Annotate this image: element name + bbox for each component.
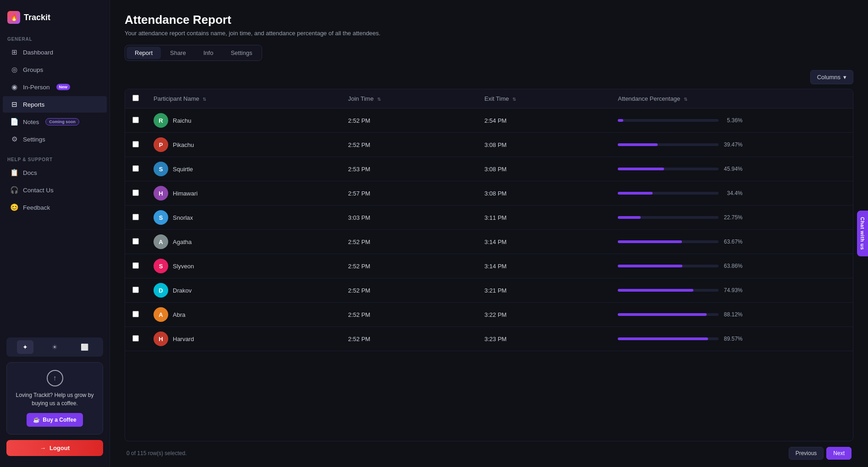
- bar-fill: [618, 216, 641, 219]
- tab-bar: Report Share Info Settings: [125, 45, 262, 61]
- columns-button[interactable]: Columns ▾: [810, 70, 853, 84]
- table-header-row: Participant Name ⇅ Join Time ⇅ Exit Time…: [125, 89, 853, 109]
- exit-time-cell: 3:22 PM: [477, 303, 610, 327]
- row-checkbox[interactable]: [132, 190, 139, 196]
- sidebar: 🔥 Trackit GENERAL ⊞ Dashboard ◎ Groups ◉…: [0, 0, 110, 467]
- participant-name: Squirtle: [173, 166, 193, 173]
- coffee-text: Loving Trackit? Help us grow by buying u…: [14, 391, 95, 407]
- sidebar-item-notes[interactable]: 📄 Notes Coming soon: [3, 114, 107, 130]
- pct-label: 45.94%: [723, 166, 742, 172]
- participant-name: Agatha: [173, 239, 192, 245]
- tab-info[interactable]: Info: [195, 47, 222, 59]
- theme-c-button[interactable]: ⬜: [77, 340, 93, 354]
- sort-icon: ⇅: [684, 97, 687, 102]
- theme-b-button[interactable]: ☀: [47, 340, 63, 354]
- groups-icon: ◎: [10, 65, 18, 74]
- exit-time-cell: 3:21 PM: [477, 278, 610, 303]
- sidebar-item-dashboard[interactable]: ⊞ Dashboard: [3, 44, 107, 60]
- feedback-icon: 😊: [10, 203, 18, 212]
- avatar: R: [154, 113, 168, 128]
- row-checkbox-cell: [125, 109, 146, 133]
- tab-settings[interactable]: Settings: [222, 47, 260, 59]
- sidebar-item-feedback[interactable]: 😊 Feedback: [3, 199, 107, 216]
- contact-icon: 🎧: [10, 186, 18, 194]
- avatar: D: [154, 283, 168, 298]
- bar-background: [618, 289, 719, 292]
- sort-icon: ⇅: [203, 97, 206, 102]
- coffee-cup-icon: ☕: [33, 417, 40, 423]
- row-checkbox[interactable]: [132, 335, 139, 342]
- header-participant-name: Participant Name ⇅: [146, 89, 341, 109]
- bar-fill: [618, 337, 708, 340]
- row-checkbox-cell: [125, 157, 146, 181]
- attendance-pct-cell: 39.47%: [610, 133, 853, 157]
- row-checkbox[interactable]: [132, 287, 139, 293]
- header-checkbox-cell: [125, 89, 146, 109]
- coming-soon-badge: Coming soon: [45, 118, 79, 125]
- coffee-card: ↑ Loving Trackit? Help us grow by buying…: [6, 362, 103, 434]
- table-footer: 0 of 115 row(s) selected. Previous Next: [125, 441, 853, 460]
- join-time-cell: 2:52 PM: [341, 303, 478, 327]
- pagination: Previous Next: [789, 447, 852, 460]
- bar-fill: [618, 192, 653, 195]
- exit-time-cell: 3:08 PM: [477, 181, 610, 206]
- participant-name: Snorlax: [173, 214, 193, 221]
- row-checkbox[interactable]: [132, 311, 139, 317]
- row-checkbox-cell: [125, 254, 146, 278]
- help-section-label: HELP & SUPPORT: [0, 153, 110, 164]
- theme-a-button[interactable]: ✦: [17, 340, 33, 354]
- coffee-icon: ↑: [47, 370, 63, 386]
- attendance-pct-cell: 34.4%: [610, 181, 853, 206]
- sidebar-item-reports[interactable]: ⊟ Reports: [3, 96, 107, 113]
- logout-button[interactable]: → Logout: [6, 440, 103, 456]
- chevron-down-icon: ▾: [843, 74, 846, 81]
- exit-time-cell: 2:54 PM: [477, 109, 610, 133]
- pct-label: 34.4%: [723, 190, 742, 196]
- tab-share[interactable]: Share: [162, 47, 194, 59]
- select-all-checkbox[interactable]: [132, 95, 139, 101]
- sidebar-item-contact[interactable]: 🎧 Contact Us: [3, 182, 107, 198]
- participant-name-cell: S Squirtle: [146, 157, 341, 181]
- sidebar-item-settings[interactable]: ⚙ Settings: [3, 131, 107, 147]
- tab-report[interactable]: Report: [126, 47, 161, 59]
- exit-time-cell: 3:11 PM: [477, 206, 610, 230]
- table-row: S Slyveon 2:52 PM 3:14 PM 63.86%: [125, 254, 853, 278]
- join-time-cell: 2:52 PM: [341, 109, 478, 133]
- join-time-cell: 2:52 PM: [341, 133, 478, 157]
- attendance-pct-cell: 45.94%: [610, 157, 853, 181]
- bar-fill: [618, 313, 707, 316]
- logout-icon: →: [40, 445, 46, 451]
- row-checkbox[interactable]: [132, 141, 139, 147]
- sidebar-item-in-person[interactable]: ◉ In-Person New: [3, 79, 107, 95]
- table-row: S Squirtle 2:53 PM 3:08 PM 45.94%: [125, 157, 853, 181]
- buy-coffee-button[interactable]: ☕ Buy a Coffee: [27, 413, 82, 427]
- row-checkbox[interactable]: [132, 262, 139, 269]
- exit-time-cell: 3:14 PM: [477, 254, 610, 278]
- previous-button[interactable]: Previous: [789, 447, 824, 460]
- next-button[interactable]: Next: [826, 447, 852, 460]
- sidebar-item-label: Groups: [23, 66, 43, 73]
- table-row: A Agatha 2:52 PM 3:14 PM 63.67%: [125, 230, 853, 254]
- row-checkbox[interactable]: [132, 238, 139, 244]
- row-checkbox[interactable]: [132, 117, 139, 123]
- row-checkbox[interactable]: [132, 165, 139, 172]
- row-checkbox[interactable]: [132, 214, 139, 220]
- sidebar-item-docs[interactable]: 📋 Docs: [3, 164, 107, 181]
- sidebar-item-label: Dashboard: [23, 49, 53, 56]
- row-checkbox-cell: [125, 133, 146, 157]
- exit-time-cell: 3:14 PM: [477, 230, 610, 254]
- main-content: Attendance Report Your attendance report…: [110, 0, 868, 467]
- reports-icon: ⊟: [10, 100, 18, 109]
- sidebar-item-groups[interactable]: ◎ Groups: [3, 61, 107, 78]
- avatar: H: [154, 186, 168, 201]
- attendance-pct-cell: 74.93%: [610, 278, 853, 303]
- bar-fill: [618, 289, 693, 292]
- pct-label: 63.86%: [723, 263, 742, 269]
- participant-name: Harvard: [173, 336, 194, 342]
- chat-widget[interactable]: Chat with us: [857, 211, 868, 256]
- participant-name-cell: H Harvard: [146, 327, 341, 351]
- bar-background: [618, 143, 719, 146]
- notes-icon: 📄: [10, 118, 18, 126]
- pct-label: 63.67%: [723, 239, 742, 245]
- avatar: P: [154, 137, 168, 152]
